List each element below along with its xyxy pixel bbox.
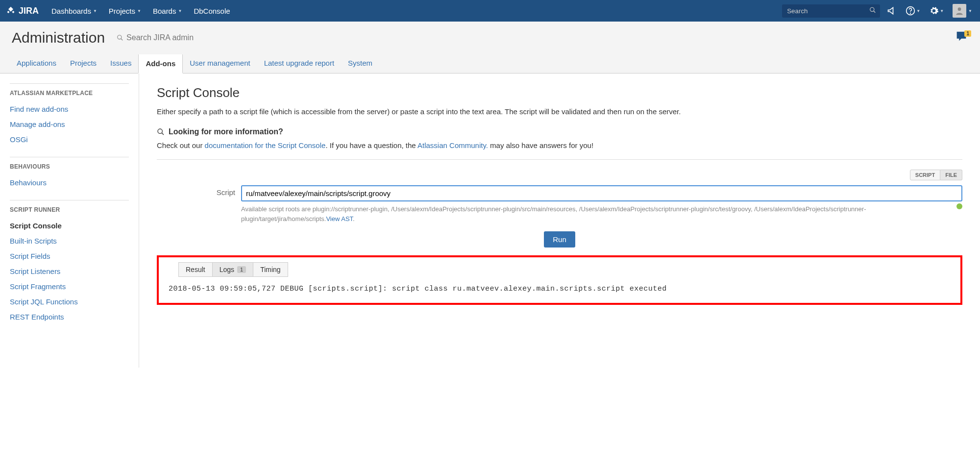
- nav-projects[interactable]: Projects▼: [104, 3, 146, 19]
- sidebar-heading-scriptrunner: SCRIPT RUNNER: [10, 206, 129, 213]
- search-icon: [157, 128, 165, 136]
- megaphone-icon[interactable]: [885, 4, 899, 18]
- sidebar-item-rest-endpoints[interactable]: REST Endpoints: [10, 309, 129, 324]
- divider: [157, 159, 962, 160]
- jira-logo-icon: [6, 6, 16, 16]
- svg-point-4: [958, 7, 961, 11]
- admin-title: Administration: [12, 29, 105, 46]
- topnav-right: ▼ ▼ ▼: [782, 2, 974, 20]
- sidebar-item-find-addons[interactable]: Find new add-ons: [10, 101, 129, 117]
- script-hint: Available script roots are plugin://scri…: [241, 204, 952, 223]
- log-output: 2018-05-13 09:59:05,727 DEBUG [scripts.s…: [169, 285, 951, 293]
- sidebar-item-script-fields[interactable]: Script Fields: [10, 248, 129, 264]
- svg-point-3: [910, 13, 911, 14]
- chevron-down-icon: ▼: [968, 9, 972, 13]
- output-panel: Result Logs1 Timing 2018-05-13 09:59:05,…: [157, 255, 962, 305]
- sidebar-heading-marketplace: ATLASSIAN MARKETPLACE: [10, 90, 129, 97]
- sidebar-item-script-fragments[interactable]: Script Fragments: [10, 279, 129, 294]
- avatar: [953, 4, 966, 18]
- script-label: Script: [157, 185, 241, 197]
- sidebar-heading-behaviours: BEHAVIOURS: [10, 163, 129, 170]
- tab-issues[interactable]: Issues: [103, 54, 138, 73]
- tab-system[interactable]: System: [341, 54, 379, 73]
- script-file-toggle: SCRIPT FILE: [910, 170, 962, 180]
- help-icon[interactable]: ▼: [904, 4, 922, 18]
- info-heading: Looking for more information?: [157, 127, 962, 136]
- jira-logo[interactable]: JIRA: [6, 6, 39, 16]
- search-icon[interactable]: [869, 7, 876, 15]
- settings-icon[interactable]: ▼: [927, 4, 946, 18]
- tab-upgrade-report[interactable]: Latest upgrade report: [257, 54, 341, 73]
- sidebar-item-osgi[interactable]: OSGi: [10, 132, 129, 147]
- sidebar-item-script-jql[interactable]: Script JQL Functions: [10, 294, 129, 309]
- page-title: Script Console: [157, 85, 962, 100]
- feedback-count-badge: 1: [964, 30, 971, 37]
- sidebar-item-behaviours[interactable]: Behaviours: [10, 175, 129, 190]
- out-tab-result[interactable]: Result: [178, 262, 212, 277]
- toggle-file[interactable]: FILE: [940, 170, 962, 180]
- user-menu[interactable]: ▼: [951, 2, 974, 20]
- page-description: Either specify a path to a script file (…: [157, 107, 962, 116]
- status-indicator: [956, 203, 962, 209]
- out-tab-timing[interactable]: Timing: [253, 262, 288, 277]
- view-ast-link[interactable]: View AST: [326, 215, 353, 223]
- toggle-script[interactable]: SCRIPT: [910, 170, 940, 180]
- top-nav: JIRA Dashboards▼ Projects▼ Boards▼ DbCon…: [0, 0, 980, 22]
- tab-addons[interactable]: Add-ons: [138, 54, 183, 74]
- svg-point-5: [118, 35, 122, 39]
- search-icon: [117, 34, 123, 41]
- logs-count-badge: 1: [237, 266, 246, 273]
- svg-line-8: [162, 133, 164, 135]
- sidebar-item-script-console[interactable]: Script Console: [10, 218, 129, 233]
- feedback-button[interactable]: 1: [955, 29, 968, 46]
- sidebar-item-builtin-scripts[interactable]: Built-in Scripts: [10, 233, 129, 248]
- nav-dashboards[interactable]: Dashboards▼: [47, 3, 102, 19]
- chevron-down-icon: ▼: [916, 9, 920, 13]
- admin-header: Administration 1: [0, 22, 980, 54]
- svg-line-1: [874, 11, 876, 13]
- script-path-input[interactable]: [241, 185, 962, 201]
- svg-point-7: [158, 129, 162, 133]
- info-text: Check out our documentation for the Scri…: [157, 141, 962, 149]
- svg-point-0: [870, 7, 874, 11]
- chevron-down-icon: ▼: [940, 9, 944, 13]
- global-search-input[interactable]: [782, 4, 880, 18]
- main-content: Script Console Either specify a path to …: [139, 74, 980, 368]
- nav-boards[interactable]: Boards▼: [148, 3, 187, 19]
- doc-link[interactable]: documentation for the Script Console: [205, 141, 326, 149]
- svg-line-6: [121, 39, 123, 41]
- community-link[interactable]: Atlassian Community.: [417, 141, 488, 149]
- chevron-down-icon: ▼: [137, 9, 141, 13]
- chevron-down-icon: ▼: [93, 9, 97, 13]
- tab-projects[interactable]: Projects: [63, 54, 103, 73]
- topnav-items: Dashboards▼ Projects▼ Boards▼ DbConsole: [47, 3, 782, 19]
- sidebar-item-script-listeners[interactable]: Script Listeners: [10, 264, 129, 279]
- admin-tabs: Applications Projects Issues Add-ons Use…: [0, 54, 980, 74]
- nav-dbconsole[interactable]: DbConsole: [189, 3, 235, 19]
- chevron-down-icon: ▼: [178, 9, 182, 13]
- admin-search[interactable]: [117, 33, 249, 42]
- tab-applications[interactable]: Applications: [10, 54, 63, 73]
- tab-user-management[interactable]: User management: [183, 54, 257, 73]
- output-tabs: Result Logs1 Timing: [178, 262, 951, 277]
- out-tab-logs[interactable]: Logs1: [212, 262, 253, 277]
- sidebar-item-manage-addons[interactable]: Manage add-ons: [10, 117, 129, 132]
- run-button[interactable]: Run: [544, 231, 575, 247]
- admin-search-input[interactable]: [126, 33, 249, 42]
- sidebar: ATLASSIAN MARKETPLACE Find new add-ons M…: [0, 74, 139, 368]
